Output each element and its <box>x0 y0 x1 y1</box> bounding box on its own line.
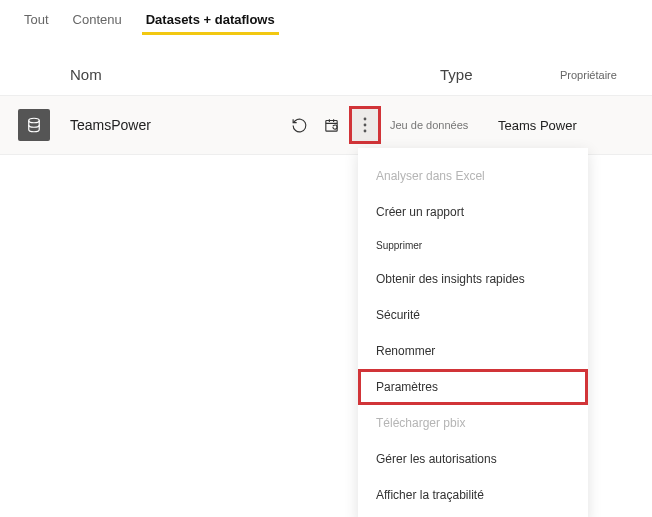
dataset-name[interactable]: TeamsPower <box>70 117 272 133</box>
svg-point-2 <box>364 118 367 121</box>
schedule-refresh-icon[interactable] <box>322 116 340 134</box>
svg-point-4 <box>364 130 367 133</box>
menu-settings[interactable]: Paramètres <box>358 369 588 405</box>
tab-bar: Tout Contenu Datasets + dataflows <box>0 0 652 36</box>
menu-security[interactable]: Sécurité <box>358 297 588 333</box>
context-menu: Analyser dans Excel Créer un rapport Sup… <box>358 148 588 517</box>
menu-quick-insights[interactable]: Obtenir des insights rapides <box>358 261 588 297</box>
dataset-owner[interactable]: Teams Power <box>498 118 632 133</box>
dataset-type: Jeu de données <box>390 119 498 131</box>
menu-view-lineage[interactable]: Afficher la traçabilité <box>358 477 588 513</box>
tab-content[interactable]: Contenu <box>61 6 134 35</box>
column-header-type[interactable]: Type <box>440 66 560 83</box>
svg-point-0 <box>29 118 40 123</box>
menu-delete[interactable]: Supprimer <box>358 230 588 261</box>
menu-create-report[interactable]: Créer un rapport <box>358 194 588 230</box>
table-header: Nom Type Propriétaire <box>0 36 652 95</box>
svg-point-3 <box>364 124 367 127</box>
menu-download-pbix: Télécharger pbix <box>358 405 588 441</box>
column-header-owner[interactable]: Propriétaire <box>560 69 632 81</box>
tab-all[interactable]: Tout <box>12 6 61 35</box>
menu-analyze-excel: Analyser dans Excel <box>358 158 588 194</box>
tab-datasets-dataflows[interactable]: Datasets + dataflows <box>134 6 287 35</box>
column-header-name[interactable]: Nom <box>70 66 330 83</box>
table-row: TeamsPower Jeu de données Teams Power <box>0 95 652 155</box>
refresh-icon[interactable] <box>290 116 308 134</box>
more-options-button[interactable] <box>349 106 381 144</box>
dataset-icon <box>18 109 50 141</box>
menu-rename[interactable]: Renommer <box>358 333 588 369</box>
menu-manage-permissions[interactable]: Gérer les autorisations <box>358 441 588 477</box>
vertical-dots-icon <box>363 117 367 133</box>
